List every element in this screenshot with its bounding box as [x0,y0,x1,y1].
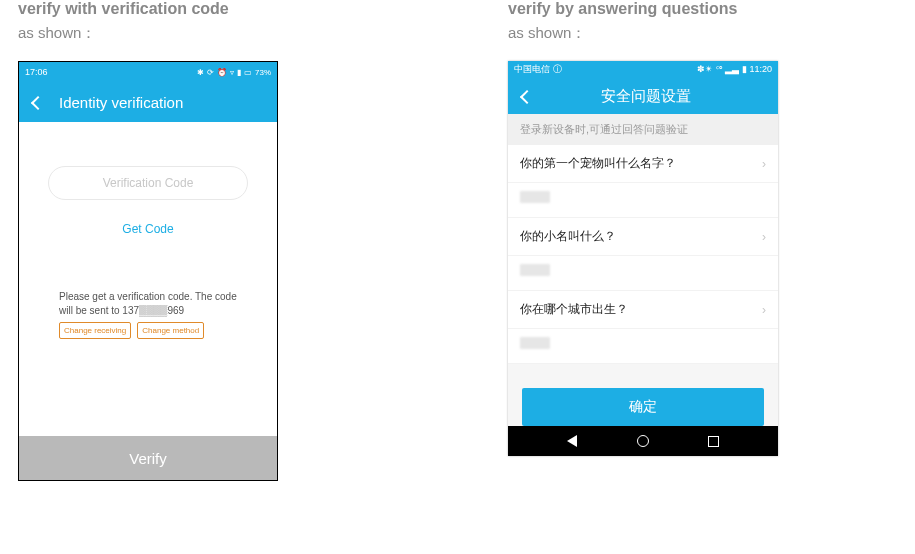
app-bar-title: Identity verification [59,94,183,111]
answer-2-row[interactable] [508,256,778,291]
status-time: 17:06 [25,67,48,77]
nav-home-icon[interactable] [637,435,649,447]
bluetooth-icon: ✱ [197,68,204,77]
answer-1-row[interactable] [508,183,778,218]
change-method-button[interactable]: Change method [137,322,204,339]
verification-code-placeholder: Verification Code [103,176,194,190]
left-subheading: as shown： [18,24,278,43]
signal-icon: ▮ [237,68,241,77]
answer-1-value-redacted [520,191,550,203]
question-3-row[interactable]: 你在哪个城市出生？ › [508,291,778,329]
answer-3-value-redacted [520,337,550,349]
android-nav-bar [508,426,778,456]
app-bar-title: 安全问题设置 [524,87,768,106]
question-2-row[interactable]: 你的小名叫什么？ › [508,218,778,256]
verify-button[interactable]: Verify [19,436,277,480]
nav-back-icon[interactable] [567,435,577,447]
battery-icon: ▭ [244,68,252,77]
app-bar: 安全问题设置 [508,78,778,115]
chevron-right-icon: › [762,303,766,317]
screen-body: 登录新设备时,可通过回答问题验证 你的第一个宠物叫什么名字？ › 你的小名叫什么… [508,114,778,426]
status-icons: ✱ ⟳ ⏰ ▿ ▮ ▭ 73% [197,68,271,77]
app-bar: Identity verification [19,82,277,122]
change-receiving-button[interactable]: Change receiving [59,322,131,339]
answer-3-row[interactable] [508,329,778,364]
phone-screenshot-verification-code: 17:06 ✱ ⟳ ⏰ ▿ ▮ ▭ 73% Identity verificat… [18,61,278,481]
battery-percent: 73% [255,68,271,77]
verification-code-input[interactable]: Verification Code [48,166,248,200]
question-1-label: 你的第一个宠物叫什么名字？ [520,155,676,172]
info-text: 登录新设备时,可通过回答问题验证 [508,114,778,145]
right-heading: verify by answering questions [508,0,778,18]
alarm-icon: ⏰ [217,68,227,77]
left-heading: verify with verification code [18,0,278,18]
chevron-right-icon: › [762,230,766,244]
question-2-label: 你的小名叫什么？ [520,228,616,245]
status-right: ✽✴ ᶜᵒ ▂▃ ▮ 11:20 [697,64,772,74]
chevron-right-icon: › [762,157,766,171]
question-3-label: 你在哪个城市出生？ [520,301,628,318]
question-1-row[interactable]: 你的第一个宠物叫什么名字？ › [508,145,778,183]
answer-2-value-redacted [520,264,550,276]
sync-icon: ⟳ [207,68,214,77]
nav-recent-icon[interactable] [708,436,719,447]
right-subheading: as shown： [508,24,778,43]
confirm-button[interactable]: 确定 [522,388,764,426]
status-bar: 中国电信 ⓘ ✽✴ ᶜᵒ ▂▃ ▮ 11:20 [508,61,778,78]
wifi-icon: ▿ [230,68,234,77]
back-arrow-icon[interactable] [29,94,45,110]
screen-body: Verification Code Get Code Please get a … [19,122,277,480]
back-arrow-icon[interactable] [518,88,534,104]
instruction-text: Please get a verification code. The code… [59,290,237,317]
get-code-link[interactable]: Get Code [122,222,173,236]
status-bar: 17:06 ✱ ⟳ ⏰ ▿ ▮ ▭ 73% [19,62,277,82]
phone-screenshot-security-questions: 中国电信 ⓘ ✽✴ ᶜᵒ ▂▃ ▮ 11:20 安全问题设置 登录新设备时,可通… [508,61,778,456]
carrier-label: 中国电信 ⓘ [514,63,562,76]
